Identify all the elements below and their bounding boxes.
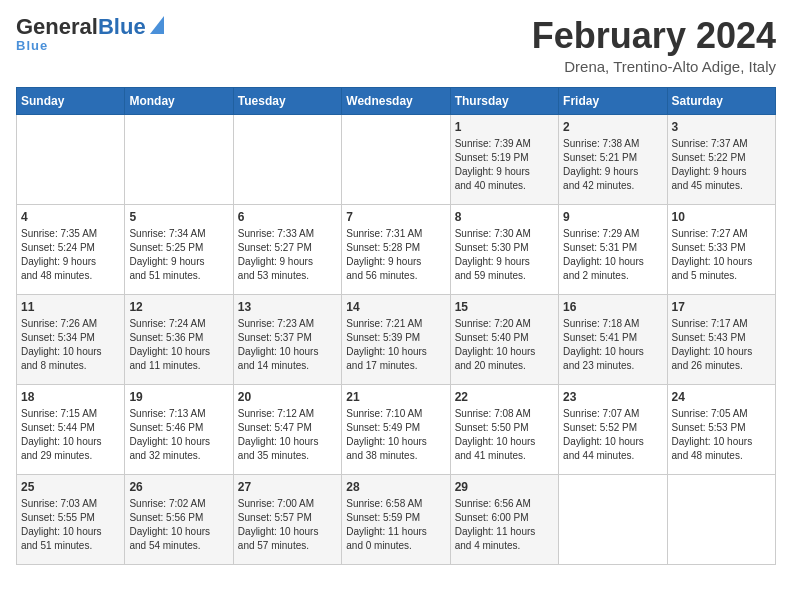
day-info: Sunrise: 6:58 AM	[346, 497, 445, 511]
day-info: Daylight: 10 hours	[672, 435, 771, 449]
calendar-cell: 10Sunrise: 7:27 AMSunset: 5:33 PMDayligh…	[667, 204, 775, 294]
day-number: 4	[21, 209, 120, 226]
day-number: 10	[672, 209, 771, 226]
day-info: Daylight: 9 hours	[563, 165, 662, 179]
day-info: Sunset: 5:31 PM	[563, 241, 662, 255]
logo-text: GeneralBlue	[16, 16, 146, 38]
weekday-header-sunday: Sunday	[17, 87, 125, 114]
day-info: Sunrise: 7:33 AM	[238, 227, 337, 241]
day-info: Sunrise: 7:03 AM	[21, 497, 120, 511]
day-info: Daylight: 10 hours	[238, 525, 337, 539]
calendar-cell: 18Sunrise: 7:15 AMSunset: 5:44 PMDayligh…	[17, 384, 125, 474]
day-info: Sunset: 5:33 PM	[672, 241, 771, 255]
day-info: Daylight: 11 hours	[455, 525, 554, 539]
day-info: Sunset: 5:22 PM	[672, 151, 771, 165]
day-info: and 59 minutes.	[455, 269, 554, 283]
day-info: Daylight: 10 hours	[129, 525, 228, 539]
day-info: and 38 minutes.	[346, 449, 445, 463]
day-info: Sunrise: 7:21 AM	[346, 317, 445, 331]
day-info: Sunset: 5:40 PM	[455, 331, 554, 345]
day-info: Daylight: 9 hours	[672, 165, 771, 179]
day-info: Sunset: 5:41 PM	[563, 331, 662, 345]
day-number: 5	[129, 209, 228, 226]
day-info: Sunrise: 7:15 AM	[21, 407, 120, 421]
logo-blue: Blue	[98, 14, 146, 39]
calendar-cell	[125, 114, 233, 204]
day-info: and 48 minutes.	[672, 449, 771, 463]
day-info: Sunset: 5:37 PM	[238, 331, 337, 345]
day-info: Daylight: 9 hours	[346, 255, 445, 269]
day-info: Daylight: 9 hours	[238, 255, 337, 269]
calendar-subtitle: Drena, Trentino-Alto Adige, Italy	[532, 58, 776, 75]
calendar-cell: 15Sunrise: 7:20 AMSunset: 5:40 PMDayligh…	[450, 294, 558, 384]
day-info: and 20 minutes.	[455, 359, 554, 373]
day-number: 28	[346, 479, 445, 496]
day-info: Sunset: 5:57 PM	[238, 511, 337, 525]
calendar-cell: 7Sunrise: 7:31 AMSunset: 5:28 PMDaylight…	[342, 204, 450, 294]
day-info: Sunrise: 7:13 AM	[129, 407, 228, 421]
day-number: 1	[455, 119, 554, 136]
day-info: Sunrise: 7:20 AM	[455, 317, 554, 331]
weekday-header-row: SundayMondayTuesdayWednesdayThursdayFrid…	[17, 87, 776, 114]
week-row-1: 1Sunrise: 7:39 AMSunset: 5:19 PMDaylight…	[17, 114, 776, 204]
calendar-cell: 4Sunrise: 7:35 AMSunset: 5:24 PMDaylight…	[17, 204, 125, 294]
day-info: Daylight: 9 hours	[455, 255, 554, 269]
calendar-cell: 26Sunrise: 7:02 AMSunset: 5:56 PMDayligh…	[125, 474, 233, 564]
day-info: Sunset: 5:59 PM	[346, 511, 445, 525]
day-number: 29	[455, 479, 554, 496]
day-info: Daylight: 10 hours	[563, 345, 662, 359]
day-number: 7	[346, 209, 445, 226]
day-info: Sunrise: 7:05 AM	[672, 407, 771, 421]
title-block: February 2024 Drena, Trentino-Alto Adige…	[532, 16, 776, 75]
day-number: 19	[129, 389, 228, 406]
day-info: Sunset: 5:44 PM	[21, 421, 120, 435]
day-info: and 41 minutes.	[455, 449, 554, 463]
calendar-cell	[342, 114, 450, 204]
weekday-header-friday: Friday	[559, 87, 667, 114]
day-info: Daylight: 10 hours	[455, 345, 554, 359]
day-info: Sunset: 5:34 PM	[21, 331, 120, 345]
page-header: GeneralBlue Blue February 2024 Drena, Tr…	[16, 16, 776, 75]
day-info: Daylight: 10 hours	[21, 345, 120, 359]
day-info: and 54 minutes.	[129, 539, 228, 553]
day-number: 14	[346, 299, 445, 316]
day-number: 27	[238, 479, 337, 496]
day-info: Sunset: 5:49 PM	[346, 421, 445, 435]
day-number: 25	[21, 479, 120, 496]
day-info: Sunrise: 7:27 AM	[672, 227, 771, 241]
calendar-cell: 9Sunrise: 7:29 AMSunset: 5:31 PMDaylight…	[559, 204, 667, 294]
day-info: Daylight: 10 hours	[563, 435, 662, 449]
day-info: Sunset: 5:46 PM	[129, 421, 228, 435]
day-info: and 40 minutes.	[455, 179, 554, 193]
calendar-cell: 21Sunrise: 7:10 AMSunset: 5:49 PMDayligh…	[342, 384, 450, 474]
calendar-cell	[233, 114, 341, 204]
day-info: Daylight: 10 hours	[129, 435, 228, 449]
day-info: and 45 minutes.	[672, 179, 771, 193]
day-number: 18	[21, 389, 120, 406]
calendar-cell	[667, 474, 775, 564]
day-number: 3	[672, 119, 771, 136]
day-number: 17	[672, 299, 771, 316]
day-info: and 53 minutes.	[238, 269, 337, 283]
day-info: and 2 minutes.	[563, 269, 662, 283]
day-number: 13	[238, 299, 337, 316]
weekday-header-thursday: Thursday	[450, 87, 558, 114]
day-number: 6	[238, 209, 337, 226]
day-info: Sunrise: 7:23 AM	[238, 317, 337, 331]
day-info: and 29 minutes.	[21, 449, 120, 463]
day-info: Daylight: 10 hours	[346, 345, 445, 359]
calendar-cell: 1Sunrise: 7:39 AMSunset: 5:19 PMDaylight…	[450, 114, 558, 204]
day-info: and 57 minutes.	[238, 539, 337, 553]
day-info: Sunset: 5:27 PM	[238, 241, 337, 255]
day-info: and 11 minutes.	[129, 359, 228, 373]
day-number: 16	[563, 299, 662, 316]
day-info: Daylight: 10 hours	[563, 255, 662, 269]
calendar-cell	[17, 114, 125, 204]
calendar-cell: 5Sunrise: 7:34 AMSunset: 5:25 PMDaylight…	[125, 204, 233, 294]
weekday-header-saturday: Saturday	[667, 87, 775, 114]
day-info: Sunset: 5:28 PM	[346, 241, 445, 255]
calendar-cell: 12Sunrise: 7:24 AMSunset: 5:36 PMDayligh…	[125, 294, 233, 384]
calendar-cell: 8Sunrise: 7:30 AMSunset: 5:30 PMDaylight…	[450, 204, 558, 294]
day-info: Sunset: 6:00 PM	[455, 511, 554, 525]
calendar-cell: 25Sunrise: 7:03 AMSunset: 5:55 PMDayligh…	[17, 474, 125, 564]
